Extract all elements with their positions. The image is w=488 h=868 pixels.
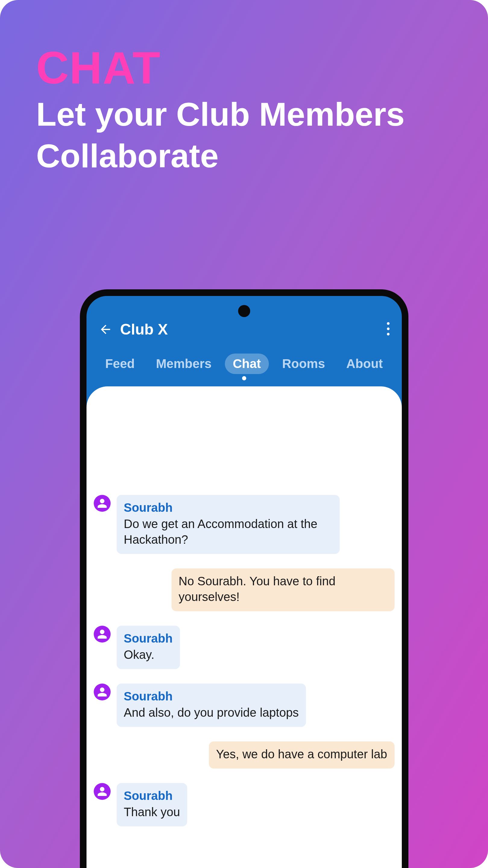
message-row: Sourabh Thank you xyxy=(94,783,395,827)
person-icon xyxy=(97,498,108,509)
tab-indicator-dot xyxy=(242,376,246,380)
message-row: Sourabh Okay. xyxy=(94,626,395,669)
svg-point-2 xyxy=(387,333,390,336)
message-row: Sourabh Do we get an Accommodation at th… xyxy=(94,495,395,554)
arrow-left-icon xyxy=(98,322,113,336)
person-icon xyxy=(97,629,108,640)
svg-point-1 xyxy=(387,328,390,330)
tab-rooms[interactable]: Rooms xyxy=(274,353,333,374)
avatar[interactable] xyxy=(94,626,111,643)
message-sender: Sourabh xyxy=(124,688,299,704)
tab-about[interactable]: About xyxy=(338,353,391,374)
person-icon xyxy=(97,687,108,698)
tab-bar: Feed Members Chat Rooms About xyxy=(87,349,402,379)
app-bar: Club X xyxy=(87,296,402,344)
person-icon xyxy=(97,786,108,797)
tab-feed[interactable]: Feed xyxy=(97,353,143,374)
message-text: Do we get an Accommodation at the Hackat… xyxy=(124,516,333,547)
chat-content: Sourabh Do we get an Accommodation at th… xyxy=(87,386,402,868)
back-button[interactable] xyxy=(98,322,113,336)
message-text: Thank you xyxy=(124,804,180,820)
message-bubble[interactable]: Sourabh Thank you xyxy=(117,783,187,827)
svg-point-0 xyxy=(387,322,390,325)
avatar[interactable] xyxy=(94,684,111,701)
tab-members[interactable]: Members xyxy=(148,353,219,374)
hero-sub-line2: Collaborate xyxy=(36,137,218,174)
message-text: No Sourabh. You have to find yourselves! xyxy=(179,573,387,604)
message-list: Sourabh Do we get an Accommodation at th… xyxy=(94,495,395,827)
message-row: Yes, we do have a computer lab xyxy=(94,741,395,769)
message-sender: Sourabh xyxy=(124,788,180,804)
message-text: Okay. xyxy=(124,647,173,662)
message-row: Sourabh And also, do you provide laptops xyxy=(94,684,395,727)
message-sender: Sourabh xyxy=(124,630,173,646)
message-row: No Sourabh. You have to find yourselves! xyxy=(94,568,395,611)
message-text: Yes, we do have a computer lab xyxy=(216,746,387,762)
message-bubble[interactable]: No Sourabh. You have to find yourselves! xyxy=(172,568,395,611)
message-text: And also, do you provide laptops xyxy=(124,705,299,720)
avatar[interactable] xyxy=(94,495,111,512)
more-menu-button[interactable] xyxy=(387,322,390,337)
hero-title: CHAT xyxy=(36,45,452,90)
page-title: Club X xyxy=(120,321,387,338)
message-bubble[interactable]: Sourabh Do we get an Accommodation at th… xyxy=(117,495,340,554)
message-bubble[interactable]: Sourabh And also, do you provide laptops xyxy=(117,684,306,727)
message-bubble[interactable]: Sourabh Okay. xyxy=(117,626,180,669)
promo-stage: CHAT Let your Club Members Collaborate C… xyxy=(0,0,488,868)
hero-sub-line1: Let your Club Members xyxy=(36,96,404,133)
message-sender: Sourabh xyxy=(124,500,333,516)
hero-block: CHAT Let your Club Members Collaborate xyxy=(36,45,452,176)
avatar[interactable] xyxy=(94,783,111,800)
phone-mockup: Club X Feed Members Chat Rooms About xyxy=(80,289,408,868)
tab-chat[interactable]: Chat xyxy=(225,353,269,374)
hero-subtitle: Let your Club Members Collaborate xyxy=(36,93,452,176)
message-bubble[interactable]: Yes, we do have a computer lab xyxy=(209,741,395,769)
dots-vertical-icon xyxy=(387,322,390,336)
